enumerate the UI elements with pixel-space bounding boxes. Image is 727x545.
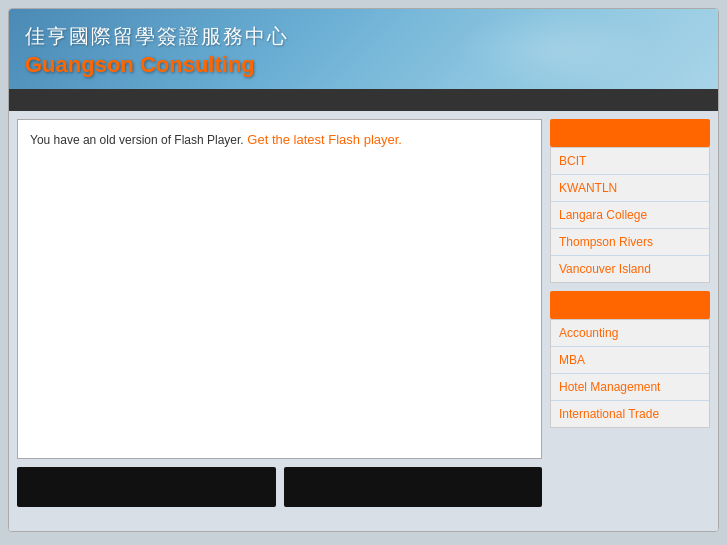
flash-notice-text: You have an old version of Flash Player.	[30, 133, 244, 147]
flash-link[interactable]: Get the latest Flash player.	[247, 132, 402, 147]
sidebar-schools-header	[550, 119, 710, 147]
sidebar-item-thompson[interactable]: Thompson Rivers	[551, 229, 709, 256]
main-layout: You have an old version of Flash Player.…	[9, 111, 718, 531]
header-globe-decoration	[458, 9, 658, 89]
content-area: You have an old version of Flash Player.…	[17, 119, 542, 523]
sidebar: BCIT KWANTLN Langara College Thompson Ri…	[550, 119, 710, 523]
sidebar-item-langara[interactable]: Langara College	[551, 202, 709, 229]
sidebar-item-vancouver-island[interactable]: Vancouver Island	[551, 256, 709, 282]
sidebar-item-mba[interactable]: MBA	[551, 347, 709, 374]
sidebar-item-bcit[interactable]: BCIT	[551, 148, 709, 175]
sidebar-schools-group: BCIT KWANTLN Langara College Thompson Ri…	[550, 147, 710, 283]
sidebar-programs-header	[550, 291, 710, 319]
sidebar-item-kwantln[interactable]: KWANTLN	[551, 175, 709, 202]
page-wrapper: 佳亨國際留學簽證服務中心 Guangson Consulting You hav…	[0, 0, 727, 545]
bottom-block-right	[284, 467, 543, 507]
sidebar-programs-group: Accounting MBA Hotel Management Internat…	[550, 319, 710, 428]
site-header: 佳亨國際留學簽證服務中心 Guangson Consulting	[9, 9, 718, 89]
bottom-block-left	[17, 467, 276, 507]
sidebar-item-hotel-management[interactable]: Hotel Management	[551, 374, 709, 401]
inner-wrapper: 佳亨國際留學簽證服務中心 Guangson Consulting You hav…	[8, 8, 719, 532]
bottom-blocks	[17, 467, 542, 507]
sidebar-item-international-trade[interactable]: International Trade	[551, 401, 709, 427]
nav-bar	[9, 89, 718, 111]
sidebar-item-accounting[interactable]: Accounting	[551, 320, 709, 347]
flash-notice-box: You have an old version of Flash Player.…	[17, 119, 542, 459]
